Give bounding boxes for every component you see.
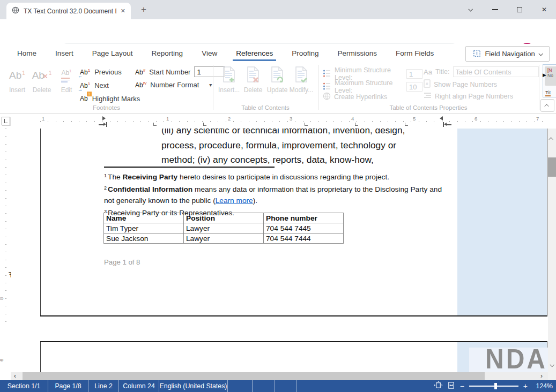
- footnote-next-button[interactable]: Ab1→ Next: [80, 80, 109, 91]
- learn-more-link[interactable]: Learn more: [216, 197, 253, 205]
- first-line-indent-marker[interactable]: [102, 116, 106, 120]
- window-chevron-button[interactable]: [461, 0, 479, 19]
- footnote-delete-icon: Ab✕1: [32, 70, 52, 81]
- right-indent-marker[interactable]: [440, 116, 443, 120]
- toc-modify-button[interactable]: Modify...: [289, 65, 314, 94]
- ruler-number: 3: [290, 116, 292, 122]
- vertical-ruler: 8 9 10: [0, 129, 11, 372]
- zoom-in-button[interactable]: +: [523, 382, 528, 390]
- start-number-row: Ab# Start Number: [135, 66, 225, 77]
- document-canvas[interactable]: (iii) any scientific or technical inform…: [11, 129, 548, 372]
- tab-reporting[interactable]: Reporting: [152, 44, 183, 63]
- button-label: Number Format: [150, 81, 199, 89]
- number-format-button[interactable]: AbIV Number Format ▾: [135, 81, 212, 89]
- field-label: Title:: [435, 68, 450, 76]
- browser-toolbar: ← → ↻ testserver.textcontrol.internal/Do…: [0, 19, 556, 44]
- table-cell[interactable]: Sue Jackson: [104, 233, 184, 244]
- table-header-cell[interactable]: Name: [104, 213, 184, 223]
- tab-insert[interactable]: Insert: [55, 44, 73, 63]
- horizontal-scrollbar[interactable]: ‹ ›: [11, 372, 548, 380]
- status-language: English (United States): [159, 380, 228, 392]
- right-align-page-numbers-button[interactable]: Right align Page Numbers: [424, 92, 513, 100]
- tab-references[interactable]: References: [236, 44, 273, 63]
- page-count-label: Page 1 of 8: [104, 258, 140, 266]
- table-cell[interactable]: Tim Typer: [104, 223, 184, 233]
- body-paragraph[interactable]: (iii) any scientific or technical inform…: [161, 129, 405, 168]
- footnote-separator: [104, 167, 275, 168]
- tab-page-layout[interactable]: Page Layout: [92, 44, 133, 63]
- group-label-footnotes: Footnotes: [0, 104, 213, 111]
- footnote-delete-button[interactable]: Ab✕1 Delete: [29, 65, 54, 94]
- toc-update-button[interactable]: Update: [265, 65, 290, 94]
- horizontal-scrollbar-thumb[interactable]: [23, 372, 485, 380]
- new-tab-button[interactable]: +: [138, 4, 149, 15]
- zoom-out-button[interactable]: −: [460, 382, 464, 390]
- field-navigation-button[interactable]: Field Navigation: [465, 46, 550, 62]
- tab-proofing[interactable]: Proofing: [292, 44, 318, 63]
- button-label: Modify...: [289, 86, 314, 94]
- collapse-ribbon-button[interactable]: [540, 99, 554, 112]
- highlight-marks-button[interactable]: Ab1 Highlight Marks: [80, 93, 140, 104]
- tab-home[interactable]: Home: [17, 44, 36, 63]
- max-structure-level-input[interactable]: [406, 82, 422, 92]
- zoom-slider-thumb[interactable]: [494, 383, 497, 389]
- footnote-insert-icon: Ab1: [9, 70, 25, 81]
- zoom-slider[interactable]: [469, 386, 518, 387]
- document-table[interactable]: Name Position Phone number Tim Typer Law…: [103, 213, 344, 244]
- vertical-scrollbar-thumb[interactable]: [548, 157, 556, 177]
- toc-insert-button[interactable]: Insert...: [217, 65, 241, 94]
- table-cell[interactable]: Lawyer: [184, 223, 264, 233]
- scroll-up-icon[interactable]: [550, 133, 553, 142]
- min-structure-level-input[interactable]: [406, 69, 422, 79]
- fit-page-icon[interactable]: [434, 381, 442, 391]
- scrollbar-corner: [548, 372, 556, 380]
- browser-titlebar: TX Text Control 32.0 Document E ✕ + ✕: [0, 0, 556, 19]
- footnote-edit-button[interactable]: Ab1 Edit: [54, 65, 79, 94]
- footnote-insert-button[interactable]: Ab1 Insert: [5, 65, 29, 94]
- fit-width-icon[interactable]: [447, 381, 455, 391]
- button-label: Delete: [29, 86, 54, 94]
- table-cell[interactable]: Lawyer: [184, 233, 264, 244]
- scroll-down-icon[interactable]: [550, 359, 553, 369]
- field-navigation-label: Field Navigation: [485, 50, 535, 58]
- table-cell[interactable]: 704 544 7444: [264, 233, 344, 244]
- toc-insert-icon: [222, 66, 236, 85]
- right-indent-bar: [447, 124, 451, 125]
- table-cell[interactable]: 704 544 7445: [264, 223, 344, 233]
- button-label: Insert...: [217, 86, 241, 94]
- tab-permissions[interactable]: Permissions: [338, 44, 377, 63]
- group-label-toc: Table of Contents: [213, 104, 318, 111]
- maximize-button[interactable]: [510, 0, 529, 19]
- footnote-number: 2: [104, 185, 107, 191]
- create-hyperlinks-button[interactable]: Create Hyperlinks: [323, 92, 387, 102]
- tab-stop-marker[interactable]: [305, 123, 308, 126]
- table-row: Tim Typer Lawyer 704 544 7445: [104, 223, 344, 233]
- scroll-left-icon[interactable]: ‹: [14, 372, 16, 380]
- footnote-previous-button[interactable]: Ab1← Previous: [80, 66, 122, 77]
- tab-stop-marker[interactable]: [153, 123, 157, 126]
- tab-stop-marker[interactable]: [355, 123, 358, 126]
- tab-stop-marker[interactable]: [405, 123, 408, 126]
- table-header-cell[interactable]: Phone number: [264, 213, 344, 223]
- show-page-numbers-button[interactable]: # Show Page Numbers: [424, 79, 497, 89]
- footnotes-block[interactable]: 1The Receiving Party hereto desires to p…: [104, 170, 454, 218]
- close-button[interactable]: ✕: [535, 0, 553, 19]
- tab-title: TX Text Control 32.0 Document E: [24, 7, 116, 15]
- field-chip-caption: Tit: [545, 89, 551, 96]
- browser-tab[interactable]: TX Text Control 32.0 Document E ✕: [6, 3, 131, 19]
- tab-view[interactable]: View: [202, 44, 217, 63]
- table-header-cell[interactable]: Position: [184, 213, 264, 223]
- tab-stop-marker[interactable]: [203, 123, 206, 126]
- tab-close-icon[interactable]: ✕: [121, 7, 125, 14]
- toc-delete-button[interactable]: Delete: [241, 65, 265, 94]
- scroll-right-icon[interactable]: ›: [540, 372, 543, 380]
- tab-selector-button[interactable]: [2, 117, 10, 125]
- zoom-controls: − + 124%: [434, 380, 553, 392]
- toc-title-input[interactable]: [453, 66, 539, 77]
- button-label: Delete: [241, 86, 265, 94]
- show-page-numbers-icon: #: [424, 79, 431, 89]
- field-navigation-panel-clipped[interactable]: [N No ▶ Tit: [543, 64, 556, 97]
- minimize-button[interactable]: [486, 0, 504, 19]
- tab-form-fields[interactable]: Form Fields: [396, 44, 434, 63]
- vertical-scrollbar[interactable]: [548, 129, 556, 372]
